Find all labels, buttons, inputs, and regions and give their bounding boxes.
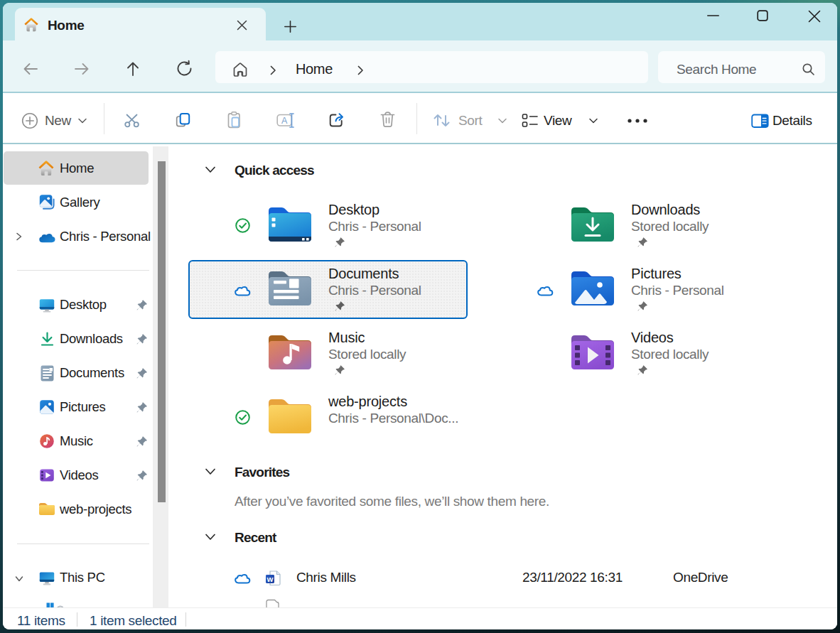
svg-text:W: W [267, 575, 274, 583]
svg-text:A: A [281, 116, 288, 126]
